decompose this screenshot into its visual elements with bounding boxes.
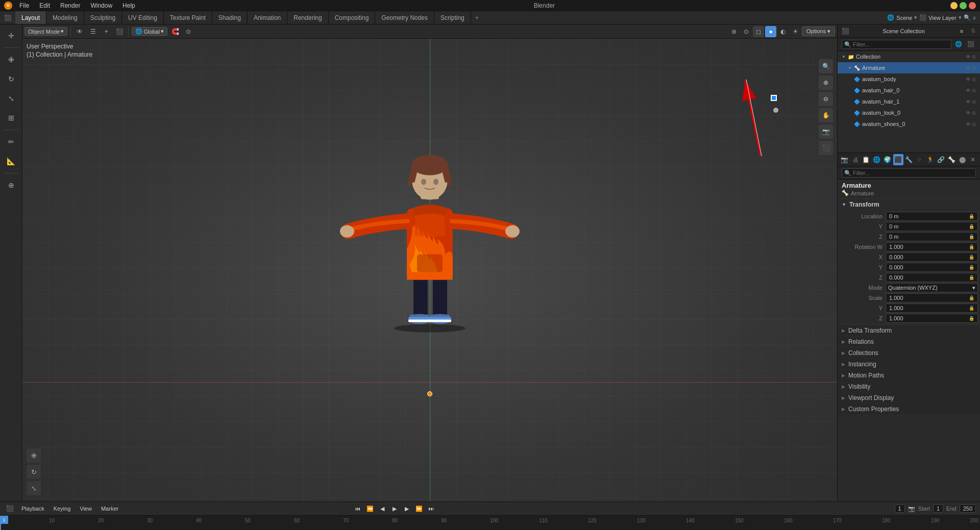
visibility-section[interactable]: ▶ Visibility xyxy=(838,381,980,392)
prop-icon-render[interactable]: 📷 xyxy=(840,154,850,165)
scale-x-value[interactable]: 1.000 🔒 xyxy=(886,293,978,302)
view-zoom-in[interactable]: ⊕ xyxy=(819,75,833,90)
arm-restrict[interactable]: ⊙ xyxy=(972,65,976,71)
tab-sculpting[interactable]: Sculpting xyxy=(84,11,122,24)
tab-modeling[interactable]: Modeling xyxy=(46,11,84,24)
relations-section[interactable]: ▶ Relations xyxy=(838,336,980,347)
prop-icon-data[interactable]: 🦴 xyxy=(946,154,957,165)
tool-measure[interactable]: 📐 xyxy=(2,152,20,170)
snap-toggle[interactable]: 🧲 xyxy=(169,26,181,37)
tab-layout[interactable]: Layout xyxy=(15,11,46,24)
outliner-item-armature[interactable]: ▼ 🦴 Armature 👁 ⊙ xyxy=(838,62,980,73)
camera-view[interactable]: 📷 xyxy=(819,124,833,139)
menu-help[interactable]: Help xyxy=(119,1,138,10)
rotation-w-value[interactable]: 1.000 🔒 xyxy=(886,242,978,251)
outliner-item-shoes[interactable]: 🔷 avaturn_shoes_0 👁 ⊙ xyxy=(838,118,980,130)
next-frame[interactable]: ▶ xyxy=(401,503,412,514)
prop-icon-world[interactable]: 🌍 xyxy=(883,154,893,165)
custom-properties-section[interactable]: ▶ Custom Properties xyxy=(838,403,980,415)
start-frame-input[interactable]: 1 xyxy=(933,504,943,513)
play-button[interactable]: ▶ xyxy=(389,503,400,514)
outliner-icon-scene[interactable]: 🌐 xyxy=(953,39,964,49)
maximize-button[interactable] xyxy=(960,2,967,9)
tool-annotate[interactable]: ✏ xyxy=(2,133,20,151)
tool-move[interactable]: ✙ xyxy=(2,51,20,69)
shoes-restrict[interactable]: ⊙ xyxy=(972,121,976,127)
tool-rotate[interactable]: ↻ xyxy=(2,70,20,88)
properties-search-input[interactable] xyxy=(842,168,976,178)
scale-z-value[interactable]: 1.000 🔒 xyxy=(886,314,978,323)
tab-geometry-nodes[interactable]: Geometry Nodes xyxy=(375,11,434,24)
viewport-shading-solid[interactable]: 👁 xyxy=(74,26,85,37)
object-mode-dropdown[interactable]: Object Mode ▾ xyxy=(24,27,67,36)
prop-close[interactable]: ✕ xyxy=(968,154,978,165)
tool-scale[interactable]: ⤡ xyxy=(2,89,20,108)
prop-icon-constraints[interactable]: 🔗 xyxy=(936,154,946,165)
tab-animation[interactable]: Animation xyxy=(248,11,287,24)
exclude-toggle[interactable]: ⊙ xyxy=(972,54,976,60)
timeline-marker-menu[interactable]: Marker xyxy=(98,504,121,513)
add-menu[interactable]: + xyxy=(101,26,112,37)
minimize-button[interactable] xyxy=(950,2,958,9)
material-preview[interactable]: ◐ xyxy=(777,26,789,37)
gizmo-grab[interactable]: ✙ xyxy=(27,448,41,463)
motion-paths-section[interactable]: ▶ Motion Paths xyxy=(838,370,980,381)
timeline-keying-menu[interactable]: Keying xyxy=(51,504,74,513)
hair0-vis[interactable]: 👁 xyxy=(966,88,971,93)
transform-section-header[interactable]: Transform xyxy=(838,199,980,210)
tool-transform[interactable]: ⊞ xyxy=(2,109,20,127)
prev-keyframe[interactable]: ⏪ xyxy=(364,503,376,514)
options-button[interactable]: Options ▾ xyxy=(802,27,835,36)
outliner-filter-btn[interactable]: ≡ xyxy=(957,26,967,36)
pivot-point-dropdown[interactable]: 🌐 Global ▾ xyxy=(132,27,167,36)
arm-visibility[interactable]: 👁 xyxy=(966,65,971,71)
location-y-value[interactable]: 0 m 🔒 xyxy=(886,222,978,231)
outliner-item-body[interactable]: 🔷 avaturn_body 👁 ⊙ xyxy=(838,73,980,85)
look-restrict[interactable]: ⊙ xyxy=(972,110,976,116)
outliner-item-look[interactable]: 🔷 avaturn_look_0 👁 ⊙ xyxy=(838,107,980,118)
prop-icon-scene[interactable]: 🌐 xyxy=(872,154,882,165)
tool-cursor[interactable]: ✛ xyxy=(2,27,20,45)
gizmo-rotate[interactable]: ↻ xyxy=(27,465,41,479)
viewport-gizmo-icon[interactable]: ⊙ xyxy=(741,26,752,37)
outliner-search-input[interactable] xyxy=(842,40,951,49)
rendered-shading[interactable]: ☀ xyxy=(790,26,801,37)
tab-texture-paint[interactable]: Texture Paint xyxy=(164,11,212,24)
proportional-edit[interactable]: ⊙ xyxy=(183,26,194,37)
prop-icon-physics[interactable]: 🏃 xyxy=(925,154,935,165)
scale-y-value[interactable]: 1.000 🔒 xyxy=(886,304,978,313)
viewport-overlay-icon[interactable]: ⊛ xyxy=(728,26,740,37)
rotation-x-value[interactable]: 0.000 🔒 xyxy=(886,253,978,262)
rotation-mode-dropdown[interactable]: Quaternion (WXYZ) ▾ xyxy=(886,283,978,292)
timeline-ruler[interactable]: 1 1 10 20 30 40 50 60 70 80 90 100 110 1… xyxy=(0,516,980,530)
prop-icon-output[interactable]: 🖨 xyxy=(850,154,861,165)
pan-view[interactable]: ✋ xyxy=(819,108,833,122)
jump-to-end[interactable]: ⏭ xyxy=(426,503,437,514)
menu-file[interactable]: File xyxy=(16,1,32,10)
prop-icon-material[interactable]: ⬤ xyxy=(957,154,967,165)
instancing-section[interactable]: ▶ Instancing xyxy=(838,359,980,370)
tab-shading[interactable]: Shading xyxy=(212,11,248,24)
prop-icon-view-layer[interactable]: 📋 xyxy=(861,154,871,165)
end-frame-input[interactable]: 250 xyxy=(960,504,976,513)
menu-edit[interactable]: Edit xyxy=(36,1,53,10)
hair1-vis[interactable]: 👁 xyxy=(966,99,971,105)
location-z-value[interactable]: 0 m 🔒 xyxy=(886,232,978,241)
rotation-y-value[interactable]: 0.000 🔒 xyxy=(886,263,978,272)
outliner-item-collection[interactable]: ▼ 📁 Collection 👁 ⊙ xyxy=(838,51,980,62)
blender-logo[interactable]: B xyxy=(4,2,12,10)
viewport-canvas[interactable]: User Perspective (1) Collection | Armatu… xyxy=(22,39,837,501)
outliner-item-hair0[interactable]: 🔷 avaturn_hair_0 👁 ⊙ xyxy=(838,85,980,96)
outliner-expand-all[interactable]: ⇅ xyxy=(968,26,978,36)
timeline-editor-type[interactable]: ⬛ xyxy=(4,503,15,514)
body-restrict[interactable]: ⊙ xyxy=(972,77,976,82)
perspective-ortho[interactable]: ⬛ xyxy=(819,141,833,155)
tab-compositing[interactable]: Compositing xyxy=(329,11,376,24)
solid-shading[interactable]: ● xyxy=(765,26,776,37)
add-workspace-button[interactable]: + xyxy=(471,12,483,23)
select-menu[interactable]: ☰ xyxy=(87,26,99,37)
viewport[interactable]: Object Mode ▾ 👁 ☰ + ⬛ 🌐 Global ▾ 🧲 ⊙ ⊛ ⊙ xyxy=(22,24,837,501)
location-x-value[interactable]: 0 m 🔒 xyxy=(886,212,978,221)
current-frame-input[interactable]: 1 xyxy=(895,504,905,513)
prev-frame[interactable]: ◀ xyxy=(377,503,388,514)
